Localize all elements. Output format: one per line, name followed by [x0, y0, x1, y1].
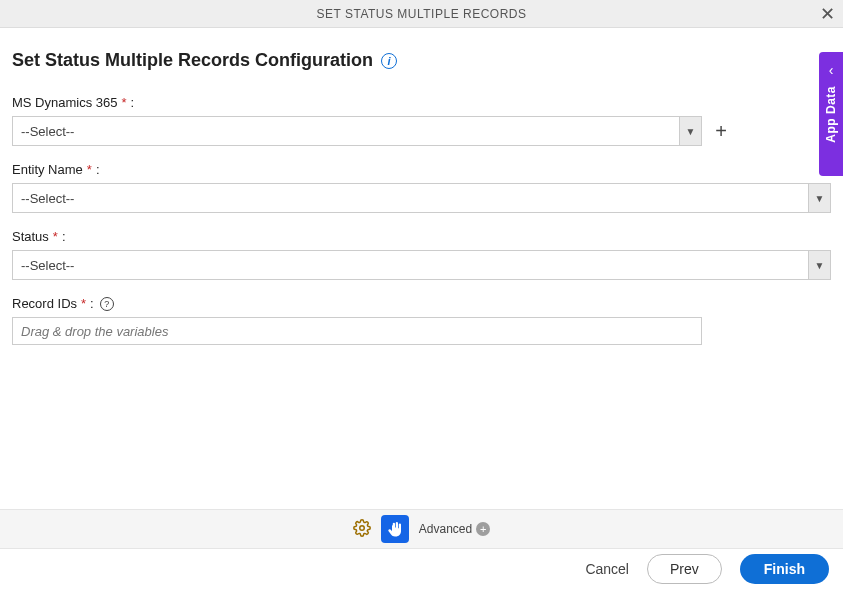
close-icon[interactable]: ✕ [820, 5, 835, 23]
help-icon[interactable]: ? [100, 297, 114, 311]
interaction-icon[interactable] [381, 515, 409, 543]
form-area: Set Status Multiple Records Configuratio… [0, 28, 843, 345]
required-marker: * [81, 296, 86, 311]
finish-button[interactable]: Finish [740, 554, 829, 584]
app-data-panel-toggle[interactable]: ‹ App Data [819, 52, 843, 176]
chevron-left-icon: ‹ [829, 62, 834, 78]
page-title-text: Set Status Multiple Records Configuratio… [12, 50, 373, 71]
gear-icon[interactable] [353, 519, 371, 540]
select-row-ms-dynamics: --Select-- ▼ + [12, 116, 831, 146]
advanced-label-text: Advanced [419, 522, 472, 536]
required-marker: * [53, 229, 58, 244]
app-data-label: App Data [824, 86, 838, 143]
label-record-ids-text: Record IDs [12, 296, 77, 311]
select-status[interactable]: --Select-- ▼ [12, 250, 831, 280]
field-entity-name: Entity Name *: --Select-- ▼ [12, 162, 831, 213]
label-status-text: Status [12, 229, 49, 244]
page-title: Set Status Multiple Records Configuratio… [12, 50, 831, 71]
chevron-down-icon: ▼ [679, 117, 701, 145]
select-entity-name[interactable]: --Select-- ▼ [12, 183, 831, 213]
field-ms-dynamics: MS Dynamics 365 *: --Select-- ▼ + [12, 95, 831, 146]
field-record-ids: Record IDs *: ? [12, 296, 831, 345]
plus-circle-icon: + [476, 522, 490, 536]
label-colon: : [62, 229, 66, 244]
label-entity-name: Entity Name *: [12, 162, 831, 177]
add-connection-button[interactable]: + [712, 121, 730, 141]
select-value-entity-name: --Select-- [13, 184, 808, 212]
label-colon: : [96, 162, 100, 177]
label-colon: : [131, 95, 135, 110]
required-marker: * [87, 162, 92, 177]
required-marker: * [121, 95, 126, 110]
label-colon: : [90, 296, 94, 311]
label-ms-dynamics: MS Dynamics 365 *: [12, 95, 831, 110]
prev-button[interactable]: Prev [647, 554, 722, 584]
info-icon[interactable]: i [381, 53, 397, 69]
label-status: Status *: [12, 229, 831, 244]
label-record-ids: Record IDs *: ? [12, 296, 831, 311]
select-value-ms-dynamics: --Select-- [13, 117, 679, 145]
bottom-toolbar: Advanced + [0, 509, 843, 549]
svg-point-0 [360, 525, 365, 530]
label-ms-dynamics-text: MS Dynamics 365 [12, 95, 117, 110]
window-title: SET STATUS MULTIPLE RECORDS [317, 7, 527, 21]
footer-actions: Cancel Prev Finish [0, 551, 843, 587]
select-ms-dynamics[interactable]: --Select-- ▼ [12, 116, 702, 146]
chevron-down-icon: ▼ [808, 184, 830, 212]
field-status: Status *: --Select-- ▼ [12, 229, 831, 280]
cancel-button[interactable]: Cancel [585, 561, 629, 577]
chevron-down-icon: ▼ [808, 251, 830, 279]
titlebar: SET STATUS MULTIPLE RECORDS ✕ [0, 0, 843, 28]
advanced-toggle[interactable]: Advanced + [419, 522, 490, 536]
label-entity-name-text: Entity Name [12, 162, 83, 177]
record-ids-input[interactable] [12, 317, 702, 345]
select-value-status: --Select-- [13, 251, 808, 279]
